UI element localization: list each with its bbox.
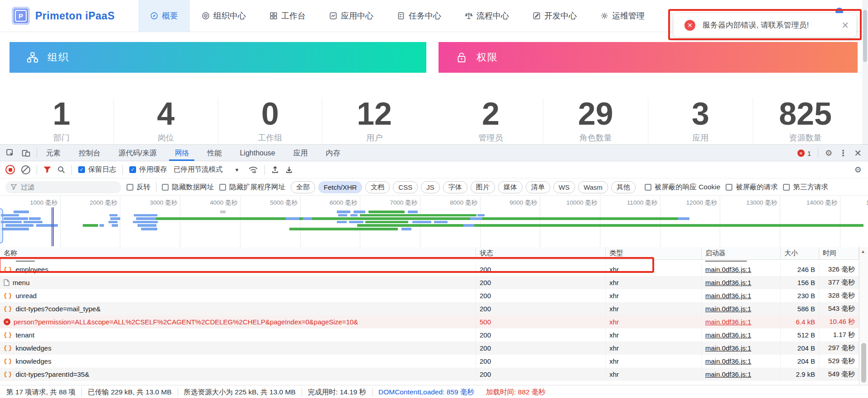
filter-funnel-icon[interactable]: [43, 166, 51, 173]
timeline-tick-label: 1000 毫秒: [9, 199, 57, 206]
page-scrollbar-thumb[interactable]: [863, 10, 867, 62]
filter-chip-清单[interactable]: 清单: [526, 181, 550, 193]
column-header-状态[interactable]: 状态: [476, 247, 606, 259]
clear-icon[interactable]: [21, 165, 30, 174]
request-row[interactable]: menu200xhrmain.0df36.js:1156 B377 毫秒: [0, 276, 859, 289]
nav-item-开发中心[interactable]: 开发中心: [521, 0, 589, 32]
inspect-icon[interactable]: [6, 149, 14, 157]
initiator-link[interactable]: main.0df36.js:1: [705, 266, 751, 273]
network-overview-timeline[interactable]: 1000 毫秒2000 毫秒3000 毫秒4000 毫秒5000 毫秒6000 …: [0, 196, 868, 248]
toast-close-icon[interactable]: ✕: [834, 20, 856, 31]
filter-chip-文档[interactable]: 文档: [365, 181, 390, 193]
timeline-tick-label: 7000 毫秒: [369, 199, 417, 206]
network-conditions-icon[interactable]: [248, 166, 258, 174]
device-toolbar-icon[interactable]: [22, 149, 30, 157]
devtools-settings-gear-icon[interactable]: ⚙: [825, 149, 832, 157]
blocked-cookies-checkbox[interactable]: 被屏蔽的响应 Cookie: [645, 183, 721, 192]
waterfall-bar: [4, 217, 28, 220]
timeline-selection-handle[interactable]: [0, 208, 3, 243]
devtools-tab-网络[interactable]: 网络: [169, 145, 194, 161]
filter-chip-图片[interactable]: 图片: [471, 181, 495, 193]
initiator-link[interactable]: main.0df36.js:1: [705, 292, 751, 300]
throttling-dropdown[interactable]: 已停用节流模式 ▼: [174, 165, 239, 174]
record-button[interactable]: [5, 165, 15, 174]
devtools-more-menu-icon[interactable]: ⋮: [839, 149, 847, 157]
search-icon[interactable]: [57, 166, 65, 173]
initiator-link[interactable]: main.0df36.js:1: [705, 279, 751, 286]
devtools-tab-源代码/来源[interactable]: 源代码/来源: [113, 145, 162, 161]
devtools-tab-控制台[interactable]: 控制台: [73, 145, 106, 161]
request-row[interactable]: { }knowledges200xhrmain.0df36.js:1204 B5…: [0, 355, 859, 368]
blocked-requests-checkbox[interactable]: 被屏蔽的请求: [726, 183, 778, 192]
import-har-icon[interactable]: [271, 166, 279, 173]
hide-data-urls-checkbox[interactable]: 隐藏数据网址: [162, 183, 214, 192]
filter-chip-其他[interactable]: 其他: [611, 181, 636, 193]
nav-item-应用中心[interactable]: 应用中心: [317, 0, 385, 32]
filter-chip-JS[interactable]: JS: [421, 181, 440, 193]
timeline-tick-label: 14000 毫秒: [789, 199, 837, 206]
filter-chip-WS[interactable]: WS: [553, 181, 575, 193]
devtools-tab-性能[interactable]: 性能: [202, 145, 227, 161]
table-scrollbar[interactable]: ▲: [859, 247, 868, 385]
request-row[interactable]: { }employees200xhrmain.0df36.js:1246 B32…: [0, 263, 859, 276]
request-row[interactable]: { }tenant200xhrmain.0df36.js:1512 B1.17 …: [0, 328, 859, 342]
hide-extension-urls-checkbox[interactable]: 隐藏扩展程序网址: [219, 183, 285, 192]
request-name-cell: { }dict-types?code=mail_type&: [0, 302, 476, 315]
console-error-badge[interactable]: ✕ 1: [797, 150, 811, 157]
network-settings-gear-icon[interactable]: ⚙: [854, 166, 868, 174]
table-scrollbar-thumb[interactable]: [861, 343, 866, 383]
nav-item-组织中心[interactable]: 组织中心: [190, 0, 258, 32]
filter-chip-字体[interactable]: 字体: [443, 181, 467, 193]
initiator-link[interactable]: main.0df36.js:1: [705, 305, 751, 313]
nav-item-概要[interactable]: 概要: [138, 0, 190, 32]
request-row[interactable]: { }dict-types?parentId=35&200xhrmain.0df…: [0, 368, 859, 381]
third-party-checkbox[interactable]: 第三方请求: [783, 183, 828, 192]
filter-chip-媒体[interactable]: 媒体: [498, 181, 523, 193]
request-row[interactable]: { }unread200xhrmain.0df36.js:1230 B328 毫…: [0, 289, 859, 302]
initiator-link[interactable]: main.0df36.js:1: [705, 344, 751, 352]
filter-chip-Fetch/XHR[interactable]: Fetch/XHR: [318, 181, 362, 193]
disable-cache-checkbox[interactable]: ✓ 停用缓存: [129, 165, 167, 174]
column-header-类型[interactable]: 类型: [606, 247, 702, 259]
request-row[interactable]: ✕person?permission=ALL&scope=ALL%2CSELF%…: [0, 315, 859, 328]
initiator-link[interactable]: main.0df36.js:1: [705, 331, 751, 339]
filter-input[interactable]: 过滤: [5, 181, 121, 193]
timeline-tick-label: 10000 毫秒: [549, 199, 597, 206]
request-initiator-cell: main.0df36.js:1: [702, 328, 781, 342]
column-header-启动器[interactable]: 启动器: [702, 247, 781, 259]
scroll-up-icon[interactable]: ▲: [861, 249, 865, 254]
initiator-link[interactable]: main.0df36.js:1: [705, 318, 751, 326]
export-har-icon[interactable]: [285, 166, 293, 173]
request-row[interactable]: { }dict-types?code=mail_type&200xhrmain.…: [0, 302, 859, 315]
column-header-大小[interactable]: 大小: [781, 247, 819, 259]
nav-item-label: 开发中心: [544, 10, 577, 21]
nav-item-任务中心[interactable]: 任务中心: [385, 0, 453, 32]
devtools-tab-应用[interactable]: 应用: [288, 145, 313, 161]
preserve-log-checkbox[interactable]: ✓ 保留日志: [78, 165, 116, 174]
nav-item-工作台[interactable]: 工作台: [258, 0, 317, 32]
stat-value: 825: [753, 98, 858, 130]
invert-checkbox[interactable]: 反转: [127, 183, 151, 192]
request-row[interactable]: { }knowledges200xhrmain.0df36.js:1204 B2…: [0, 342, 859, 355]
nav-item-运维管理[interactable]: 运维管理: [589, 0, 656, 32]
nav-item-流程中心[interactable]: 流程中心: [453, 0, 521, 32]
column-header-名称[interactable]: 名称: [0, 247, 476, 259]
initiator-link[interactable]: main.0df36.js:1: [705, 370, 751, 378]
timeline-tick-label: 12000 毫秒: [669, 199, 717, 206]
load-marker-line: [53, 207, 54, 246]
devtools-tab-内存[interactable]: 内存: [321, 145, 346, 161]
request-error-icon: ✕: [4, 318, 10, 325]
column-header-时间[interactable]: 时间: [819, 247, 859, 259]
request-time-cell: 10.46 秒: [819, 315, 859, 328]
filter-chip-CSS[interactable]: CSS: [393, 181, 418, 193]
filter-chip-Wasm[interactable]: Wasm: [578, 181, 608, 193]
devtools-tab-Lighthouse[interactable]: Lighthouse: [234, 145, 280, 161]
devtools-close-icon[interactable]: ✕: [854, 149, 862, 158]
page-scrollbar[interactable]: [862, 0, 868, 145]
status-load-time: 加载时间: 882 毫秒: [480, 388, 552, 397]
devtools-tab-元素[interactable]: 元素: [41, 145, 66, 161]
xhr-icon: { }: [4, 358, 12, 365]
filter-chip-全部[interactable]: 全部: [291, 181, 315, 193]
stat-角色数量: 29角色数量: [543, 98, 648, 143]
initiator-link[interactable]: main.0df36.js:1: [705, 357, 751, 365]
